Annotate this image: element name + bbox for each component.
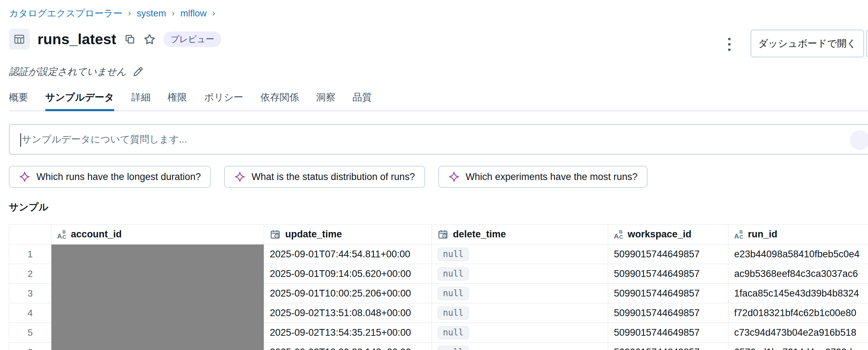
column-header-label: account_id	[71, 229, 122, 240]
update-time-cell[interactable]: 2025-09-02T13:51:08.048+00:00	[264, 303, 432, 323]
suggested-question-chip[interactable]: Which runs have the longest duration?	[9, 166, 211, 188]
table-row: 62025-09-02T13:30:38.142+00:00null509901…	[9, 343, 868, 350]
delete-time-cell[interactable]: null	[432, 303, 608, 323]
ask-data-input-wrap	[9, 124, 868, 155]
favorite-star-button[interactable]	[143, 33, 156, 45]
workspace-id-cell[interactable]: 5099015744649857	[608, 343, 728, 350]
sparkle-icon	[234, 171, 246, 182]
account-id-redacted-cell[interactable]	[51, 264, 264, 284]
table-body: 12025-09-01T07:44:54.811+00:00null509901…	[9, 245, 868, 350]
delete-time-cell[interactable]: null	[432, 343, 608, 350]
run-id-cell[interactable]: 6576ad1ba7014d4ea9793dc	[728, 343, 868, 350]
account-id-redacted-cell[interactable]	[51, 303, 264, 323]
pencil-icon	[133, 66, 143, 77]
update-time-cell[interactable]: 2025-09-02T13:30:38.142+00:00	[264, 343, 432, 350]
table-row: 32025-09-01T10:00:25.206+00:00null509901…	[9, 284, 868, 303]
workspace-id-cell[interactable]: 5099015744649857	[608, 245, 728, 264]
run-id-cell[interactable]: c73c94d473b04e2a916b518	[728, 323, 868, 343]
tab-overview[interactable]: 概要	[9, 91, 28, 110]
breadcrumb-link-system[interactable]: system	[137, 8, 166, 19]
column-header-run_id[interactable]: ABCrun_id	[728, 225, 868, 245]
timestamp-type-icon	[438, 229, 448, 240]
ask-sample-data-input[interactable]	[10, 125, 868, 154]
tab-insights[interactable]: 洞察	[316, 91, 335, 110]
column-header-update_time[interactable]: update_time	[264, 225, 432, 245]
delete-time-cell[interactable]: null	[432, 264, 608, 284]
column-header-delete_time[interactable]: delete_time	[432, 225, 608, 245]
account-id-redacted-cell[interactable]	[51, 284, 264, 303]
update-time-cell[interactable]: 2025-09-01T09:14:05.620+00:00	[264, 264, 432, 284]
tab-quality[interactable]: 品質	[353, 91, 372, 110]
row-number-cell: 3	[9, 284, 51, 303]
sample-data-table-wrap: ABCaccount_idupdate_timedelete_timeABCwo…	[9, 224, 868, 350]
table-grid-icon	[13, 33, 25, 45]
table-row: 22025-09-01T09:14:05.620+00:00null509901…	[9, 264, 868, 284]
delete-time-cell[interactable]: null	[432, 284, 608, 303]
row-number-cell: 2	[9, 264, 51, 284]
tab-permissions[interactable]: 権限	[168, 91, 187, 110]
column-header-inner: update_time	[270, 229, 426, 240]
table-row: 12025-09-01T07:44:54.811+00:00null509901…	[9, 245, 868, 264]
column-header-account_id[interactable]: ABCaccount_id	[51, 225, 264, 245]
breadcrumb: カタログエクスプローラー›system›mlflow›	[9, 7, 868, 20]
null-value-badge: null	[438, 326, 469, 339]
tab-details[interactable]: 詳細	[131, 91, 151, 110]
assistant-sparkle-button[interactable]	[850, 130, 868, 150]
row-number-cell: 1	[9, 245, 51, 264]
more-actions-kebab-button[interactable]	[724, 36, 735, 53]
row-number-cell: 6	[9, 343, 51, 350]
breadcrumb-link-catalog-explorer[interactable]: カタログエクスプローラー	[9, 7, 122, 20]
copy-name-button[interactable]	[124, 34, 136, 45]
sample-data-table: ABCaccount_idupdate_timedelete_timeABCwo…	[9, 224, 868, 350]
null-value-badge: null	[438, 346, 469, 350]
tab-dependencies[interactable]: 依存関係	[261, 91, 299, 110]
suggested-question-chip[interactable]: What is the status distribution of runs?	[224, 166, 425, 188]
open-in-dashboard-button[interactable]: ダッシュボードで開く	[751, 30, 864, 57]
account-id-redacted-cell[interactable]	[51, 323, 264, 343]
run-id-cell[interactable]: f72d018321bf4c62b1c00e80	[728, 303, 868, 323]
row-number-header	[9, 225, 51, 245]
suggested-question-label: Which runs have the longest duration?	[36, 171, 201, 182]
delete-time-cell[interactable]: null	[432, 323, 608, 343]
null-value-badge: null	[438, 287, 469, 300]
update-time-cell[interactable]: 2025-09-01T10:00:25.206+00:00	[264, 284, 432, 303]
entity-title-row: runs_latest プレビュー	[9, 28, 868, 50]
account-id-redacted-cell[interactable]	[51, 343, 264, 350]
catalog-explorer-page: カタログエクスプローラー›system›mlflow› runs_latest	[0, 0, 868, 350]
workspace-id-cell[interactable]: 5099015744649857	[608, 323, 728, 343]
suggested-question-chip[interactable]: Which experiments have the most runs?	[438, 166, 648, 188]
breadcrumb-separator: ›	[172, 8, 175, 18]
update-time-cell[interactable]: 2025-09-02T13:54:35.215+00:00	[264, 323, 432, 343]
copy-icon	[124, 34, 136, 45]
column-header-inner: ABCworkspace_id	[614, 229, 722, 240]
account-id-redacted-cell[interactable]	[51, 245, 264, 264]
column-header-inner: ABCaccount_id	[57, 229, 258, 240]
column-header-label: workspace_id	[628, 229, 692, 240]
sparkle-icon	[448, 171, 460, 182]
entity-tabs: 概要サンプルデータ詳細権限ポリシー依存関係洞察品質	[9, 91, 868, 111]
null-value-badge: null	[438, 248, 469, 261]
run-id-cell[interactable]: 1faca85c145e43d39b4b8324	[728, 284, 868, 303]
column-header-workspace_id[interactable]: ABCworkspace_id	[608, 225, 728, 245]
column-header-inner: ABCrun_id	[734, 229, 868, 240]
column-header-label: update_time	[285, 229, 342, 240]
workspace-id-cell[interactable]: 5099015744649857	[608, 284, 728, 303]
workspace-id-cell[interactable]: 5099015744649857	[608, 264, 728, 284]
column-header-label: delete_time	[453, 229, 506, 240]
auth-note-row: 認証が設定されていません	[9, 65, 868, 78]
table-row: 52025-09-02T13:54:35.215+00:00null509901…	[9, 323, 868, 343]
table-row: 42025-09-02T13:51:08.048+00:00null509901…	[9, 303, 868, 323]
kebab-dot	[728, 43, 731, 46]
open-in-dashboard-dropdown-button[interactable]	[866, 30, 868, 57]
tab-policies[interactable]: ポリシー	[204, 91, 243, 110]
run-id-cell[interactable]: e23b44098a58410fbeb5c0e4	[728, 245, 868, 264]
workspace-id-cell[interactable]: 5099015744649857	[608, 303, 728, 323]
breadcrumb-separator: ›	[128, 8, 131, 18]
breadcrumb-link-mlflow[interactable]: mlflow	[180, 8, 207, 19]
run-id-cell[interactable]: ac9b5368eef84c3ca3037ac6	[728, 264, 868, 284]
page-title: runs_latest	[37, 31, 116, 48]
tab-sample-data[interactable]: サンプルデータ	[45, 91, 114, 110]
edit-auth-button[interactable]	[133, 66, 143, 77]
delete-time-cell[interactable]: null	[432, 245, 608, 264]
update-time-cell[interactable]: 2025-09-01T07:44:54.811+00:00	[264, 245, 432, 264]
